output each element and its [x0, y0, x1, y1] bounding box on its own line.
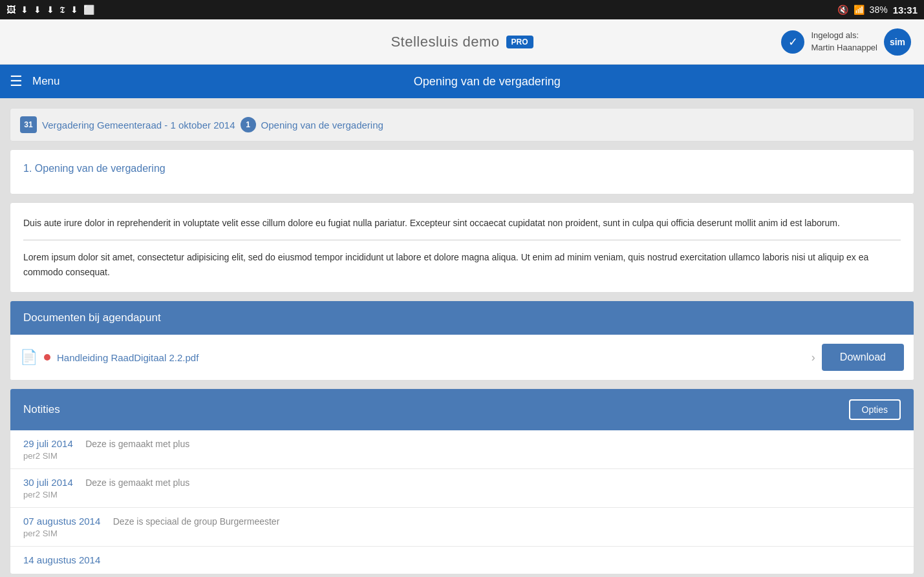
doc-status-dot: [44, 354, 50, 361]
breadcrumb-separator: 1: [241, 117, 256, 132]
note-text-3: Deze is speciaal de group Burgermeester: [113, 516, 280, 527]
note-row-1[interactable]: 29 juli 2014 Deze is gemaakt met plus pe…: [10, 430, 914, 469]
chevron-right-icon: ›: [811, 351, 815, 364]
app-header: Stellesluis demo PRO ✓ Ingelogd als: Mar…: [0, 19, 924, 65]
app-title-area: Stellesluis demo PRO: [391, 34, 533, 50]
nav-bar: ☰ Menu Opening van de vergadering: [0, 65, 924, 98]
note-author-2: per2 SIM: [23, 490, 901, 499]
note-row-4[interactable]: 14 augustus 2014: [10, 547, 914, 574]
note-row-3[interactable]: 07 augustus 2014 Deze is speciaal de gro…: [10, 508, 914, 547]
main-content: 31 Vergadering Gemeenteraad - 1 oktober …: [0, 98, 924, 577]
image-icon: 🖼: [6, 5, 16, 15]
documents-title: Documenten bij agendapunt: [23, 311, 161, 324]
note-row-2[interactable]: 30 juli 2014 Deze is gemaakt met plus pe…: [10, 469, 914, 508]
document-name[interactable]: Handleiding RaadDigitaal 2.2.pdf: [57, 352, 811, 363]
page-title: Opening van de vergadering: [60, 75, 914, 89]
download-icon-1: ⬇: [21, 5, 28, 15]
app-title: Stellesluis demo: [391, 34, 499, 50]
breadcrumb-meeting-link[interactable]: Vergadering Gemeenteraad - 1 oktober 201…: [42, 120, 235, 131]
menu-label[interactable]: Menu: [32, 75, 60, 88]
body-paragraph-2: Lorem ipsum dolor sit amet, consectetur …: [23, 250, 901, 279]
opening-title: 1. Opening van de vergadering: [23, 163, 901, 174]
text-divider: [23, 240, 901, 240]
wifi-icon: 📶: [854, 5, 865, 15]
note-author-3: per2 SIM: [23, 529, 901, 538]
note-author-1: per2 SIM: [23, 451, 901, 461]
notes-section: Notities Opties 29 juli 2014 Deze is gem…: [10, 388, 914, 574]
opening-section: 1. Opening van de vergadering: [10, 150, 914, 194]
clock: 13:31: [893, 5, 918, 16]
status-bar: 🖼 ⬇ ⬇ ⬇ 𝕿 ⬇ ⬜ 🔇 📶 38% 13:31: [0, 0, 924, 19]
body-paragraph-1: Duis aute irure dolor in reprehenderit i…: [23, 216, 901, 230]
mute-icon: 🔇: [837, 5, 848, 15]
status-bar-left: 🖼 ⬇ ⬇ ⬇ 𝕿 ⬇ ⬜: [6, 5, 94, 16]
pro-badge: PRO: [506, 36, 533, 48]
breadcrumb-current-page[interactable]: Opening van de vergadering: [261, 120, 383, 131]
user-name-label: Ingelogd als: Martin Haanappel: [811, 30, 877, 53]
status-bar-right: 🔇 📶 38% 13:31: [837, 5, 918, 16]
body-text-section: Duis aute irure dolor in reprehenderit i…: [10, 202, 914, 293]
download-icon-3: ⬇: [47, 5, 54, 15]
opening-section-card: 1. Opening van de vergadering: [10, 149, 914, 194]
battery-level: 38%: [870, 5, 888, 15]
newspaper-icon: 𝕿: [59, 5, 65, 16]
avatar[interactable]: sim: [884, 28, 911, 56]
note-date-2: 30 juli 2014: [23, 477, 73, 488]
download-icon-4: ⬇: [70, 5, 78, 15]
documents-header: Documenten bij agendapunt: [10, 301, 914, 335]
note-text-2: Deze is gemaakt met plus: [85, 477, 189, 488]
screenshot-icon: ⬜: [83, 5, 94, 15]
file-icon: 📄: [20, 349, 38, 366]
note-date-1: 29 juli 2014: [23, 438, 73, 449]
download-icon-2: ⬇: [34, 5, 41, 15]
calendar-badge: 31: [20, 116, 37, 133]
opties-button[interactable]: Opties: [849, 399, 901, 420]
user-info: ✓ Ingelogd als: Martin Haanappel sim: [781, 28, 911, 56]
notes-header: Notities Opties: [10, 389, 914, 430]
download-button[interactable]: Download: [822, 344, 904, 371]
note-date-4: 14 augustus 2014: [23, 554, 100, 565]
notes-title: Notities: [23, 403, 60, 416]
document-row: 📄 Handleiding RaadDigitaal 2.2.pdf › Dow…: [10, 335, 914, 380]
hamburger-menu-icon[interactable]: ☰: [10, 73, 23, 90]
documents-section: Documenten bij agendapunt 📄 Handleiding …: [10, 300, 914, 381]
breadcrumb: 31 Vergadering Gemeenteraad - 1 oktober …: [10, 108, 914, 142]
note-date-3: 07 augustus 2014: [23, 516, 100, 527]
verified-icon: ✓: [781, 30, 804, 54]
note-text-1: Deze is gemaakt met plus: [85, 439, 189, 449]
